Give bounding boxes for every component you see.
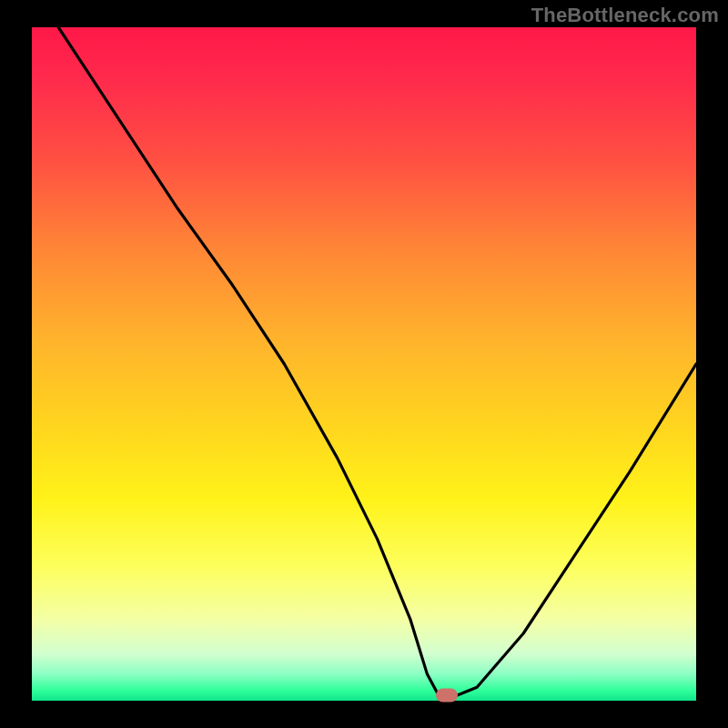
bottleneck-curve: [58, 27, 696, 697]
watermark-text: TheBottleneck.com: [531, 4, 719, 27]
chart-frame: TheBottleneck.com: [0, 0, 728, 728]
curve-layer: [32, 27, 696, 701]
optimum-marker-icon: [436, 689, 458, 703]
plot-area: [32, 27, 696, 701]
